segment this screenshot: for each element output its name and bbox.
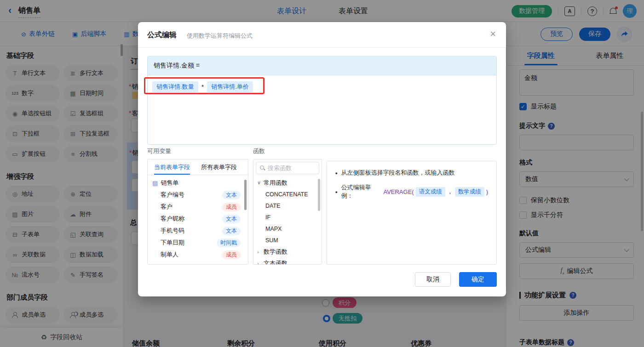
dialog-title: 公式编辑: [147, 30, 177, 40]
search-input[interactable]: [268, 165, 315, 171]
functions-scrollbar-thumb[interactable]: [318, 179, 320, 211]
type-badge: 文本: [222, 191, 241, 199]
confirm-button[interactable]: 确定: [459, 272, 497, 287]
variable-row[interactable]: 客户昵称文本: [148, 213, 248, 225]
group-math-functions[interactable]: ›数学函数: [253, 246, 322, 257]
function-item[interactable]: IF: [253, 211, 322, 223]
variables-panel: 当前表单字段 所有表单字段 ▤ 销售单 客户编号文本 客户成员 客户昵称文本 手…: [147, 159, 248, 265]
example-function-name: AVERAGE(: [383, 188, 414, 195]
tab-current-form-fields[interactable]: 当前表单字段: [154, 159, 190, 175]
bullet-icon: •: [335, 170, 338, 176]
tip-line-2: • 公式编辑举例： AVERAGE( 语文成绩 ， 数学成绩 ): [335, 183, 488, 200]
close-icon[interactable]: ×: [490, 28, 496, 40]
cancel-button[interactable]: 取消: [415, 272, 451, 287]
tab-all-form-fields[interactable]: 所有表单字段: [201, 159, 237, 175]
type-badge: 成员: [222, 250, 241, 259]
type-badge: 文本: [222, 227, 241, 235]
formula-editor-box: 销售详情.金额 = 销售详情.数量 * 销售详情.单价: [147, 56, 497, 145]
variables-label: 可用变量: [147, 147, 171, 155]
chevron-closed-icon: ›: [257, 249, 261, 255]
type-badge: 成员: [222, 203, 241, 211]
search-icon: [260, 165, 265, 171]
dialog-footer: 取消 确定: [138, 272, 506, 287]
group-common-functions[interactable]: ∨常用函数: [253, 177, 322, 188]
variable-row[interactable]: 制单人成员: [148, 249, 248, 261]
chevron-closed-icon: ›: [257, 261, 261, 265]
group-text-functions[interactable]: ›文本函数: [253, 257, 322, 265]
type-badge: 文本: [222, 215, 241, 223]
function-item[interactable]: DATE: [253, 200, 322, 211]
formula-edit-dialog: 公式编辑 使用数学运算符编辑公式 × 销售详情.金额 = 销售详情.数量 * 销…: [138, 22, 506, 296]
chevron-open-icon: ∨: [257, 180, 261, 186]
variables-scrollbar-thumb[interactable]: [244, 180, 247, 210]
variables-tabs: 当前表单字段 所有表单字段: [148, 159, 248, 175]
function-item[interactable]: MAPX: [253, 223, 322, 234]
example-field-chip: 语文成绩: [416, 187, 445, 197]
example-close-paren: ): [486, 188, 488, 195]
dialog-header: 公式编辑 使用数学运算符编辑公式 ×: [138, 22, 506, 48]
formula-input-area[interactable]: 销售详情.数量 * 销售详情.单价: [148, 75, 496, 145]
variable-row[interactable]: 下单日期时间戳: [148, 237, 248, 249]
function-item[interactable]: SUM: [253, 234, 322, 246]
tree-root-form[interactable]: ▤ 销售单: [148, 175, 248, 189]
bullet-icon: •: [335, 188, 338, 195]
functions-label: 函数: [253, 147, 265, 155]
type-badge: 时间戳: [217, 239, 241, 247]
document-icon: ▤: [152, 180, 158, 187]
example-field-chip: 数学成绩: [455, 187, 484, 197]
formula-field-chip[interactable]: 销售详情.数量: [152, 81, 198, 92]
formula-expression: 销售详情.数量 * 销售详情.单价: [152, 81, 253, 92]
formula-tips-panel: • 从左侧面板选择字段名和函数，或输入函数 • 公式编辑举例： AVERAGE(…: [327, 161, 497, 265]
formula-field-chip[interactable]: 销售详情.单价: [207, 81, 253, 92]
multiply-operator: *: [201, 83, 204, 91]
variable-row[interactable]: 客户成员: [148, 201, 248, 213]
form-designer-app: ‹ 销售单 表单设计 表单设置 数据管理 A ? 理 ⊘ 表单外链: [0, 0, 644, 347]
formula-target: 销售详情.金额 =: [148, 57, 496, 75]
function-item[interactable]: CONCATENATE: [253, 188, 322, 200]
variable-row[interactable]: 客户编号文本: [148, 189, 248, 201]
tip-line-1: • 从左侧面板选择字段名和函数，或输入函数: [335, 169, 488, 177]
function-tree: ∨常用函数 CONCATENATE DATE IF MAPX SUM ›数学函数…: [253, 177, 322, 265]
functions-panel: ∨常用函数 CONCATENATE DATE IF MAPX SUM ›数学函数…: [253, 159, 322, 265]
dialog-subtitle: 使用数学运算符编辑公式: [187, 32, 253, 40]
function-search-box: [256, 162, 319, 174]
variable-row[interactable]: 手机号码文本: [148, 225, 248, 237]
